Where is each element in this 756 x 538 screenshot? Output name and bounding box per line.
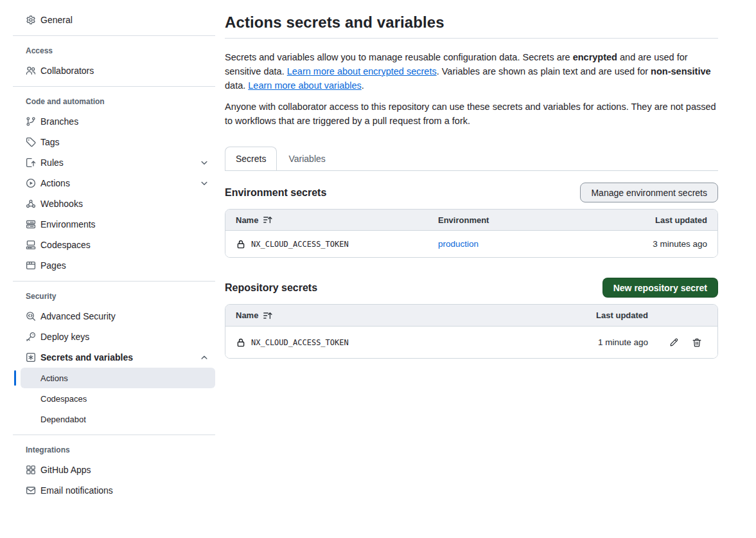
grid-icon — [26, 465, 36, 475]
delete-secret-button[interactable] — [692, 337, 702, 348]
secrets-variables-tabs: SecretsVariables — [225, 147, 718, 171]
sidebar-item-github-apps[interactable]: GitHub Apps — [13, 460, 215, 480]
sidebar-item-tags[interactable]: Tags — [13, 132, 215, 152]
sidebar-item-label: Email notifications — [40, 485, 113, 496]
sidebar-item-codespaces[interactable]: Codespaces — [13, 235, 215, 255]
text: . Variables are shown as plain text and … — [437, 66, 651, 76]
text: Anyone with collaborator access to this … — [225, 102, 716, 126]
environment-link[interactable]: production — [438, 239, 479, 249]
row-actions — [648, 337, 717, 348]
asterisk-box-icon — [26, 352, 36, 363]
sidebar-item-secrets-dependabot[interactable]: Dependabot — [21, 409, 215, 429]
sidebar-item-secrets-codespaces[interactable]: Codespaces — [21, 388, 215, 409]
emphasis-text: encrypted — [573, 52, 617, 62]
sort-ascending-icon — [263, 215, 273, 225]
text: data. — [225, 80, 248, 91]
secret-name: NX_CLOUD_ACCESS_TOKEN — [251, 240, 349, 249]
sidebar-item-deploy-keys[interactable]: Deploy keys — [13, 327, 215, 347]
repository-secrets-table: Name Last updated NX_CLOUD_ACCESS_TOKEN1… — [225, 304, 718, 359]
key-icon — [26, 332, 36, 342]
environment-secrets-header: Environment secrets Manage environment s… — [225, 183, 718, 202]
name-column-header[interactable]: Name — [225, 215, 428, 225]
title-divider — [225, 38, 718, 39]
description-paragraph: Secrets and variables allow you to manag… — [225, 50, 718, 93]
sidebar-item-label: Tags — [40, 137, 60, 147]
rules-icon — [26, 157, 36, 168]
sidebar-item-label: Rules — [40, 157, 64, 168]
sidebar-item-environments[interactable]: Environments — [13, 214, 215, 235]
sidebar-divider — [13, 35, 215, 36]
name-column-header[interactable]: Name — [225, 310, 552, 321]
play-icon — [26, 178, 36, 188]
environment-secrets-heading: Environment secrets — [225, 187, 326, 199]
sidebar-item-secrets-actions[interactable]: Actions — [21, 368, 215, 388]
settings-content: Actions secrets and variables Secrets an… — [225, 0, 718, 359]
name-column-label: Name — [236, 310, 258, 320]
sidebar-section-label: Integrations — [13, 440, 215, 460]
environment-cell: production — [428, 239, 589, 249]
last-updated: 1 minute ago — [598, 337, 648, 347]
description-paragraph: Anyone with collaborator access to this … — [225, 100, 718, 128]
sidebar-item-label: Deploy keys — [40, 332, 89, 342]
sidebar-divider — [13, 435, 215, 435]
sidebar-item-secrets-and-variables[interactable]: Secrets and variables — [13, 347, 215, 368]
tab-secrets[interactable]: Secrets — [225, 147, 277, 170]
text: Secrets and variables allow you to manag… — [225, 52, 573, 62]
sidebar-item-email-notifications[interactable]: Email notifications — [13, 480, 215, 501]
edit-secret-button[interactable] — [669, 337, 679, 348]
chevron-down-icon — [199, 178, 209, 188]
tag-icon — [26, 137, 36, 147]
browser-icon — [26, 260, 36, 271]
learn-more-link[interactable]: Learn more about encrypted secrets — [287, 66, 437, 76]
sidebar-item-label: Codespaces — [40, 240, 91, 250]
table-header-row: Name Last updated — [225, 305, 717, 327]
name-column-label: Name — [236, 215, 258, 225]
last-updated-column-header: Last updated — [596, 310, 648, 320]
sidebar-item-webhooks[interactable]: Webhooks — [13, 193, 215, 214]
sort-ascending-icon — [263, 310, 273, 321]
sidebar-item-rules[interactable]: Rules — [13, 152, 215, 173]
sidebar-item-label: Pages — [40, 260, 66, 271]
sidebar-item-actions[interactable]: Actions — [13, 173, 215, 193]
settings-sidebar: GeneralAccessCollaboratorsCode and autom… — [13, 10, 215, 501]
lock-icon — [236, 337, 246, 348]
new-repository-secret-button[interactable]: New repository secret — [602, 278, 718, 298]
sidebar-section-label: Security — [13, 287, 215, 306]
mail-icon — [26, 485, 36, 496]
manage-environment-secrets-button[interactable]: Manage environment secrets — [580, 183, 718, 202]
gear-icon — [26, 15, 36, 25]
table-header-row: Name Environment Last updated — [225, 210, 717, 231]
sidebar-item-label: Environments — [40, 219, 96, 229]
sidebar-item-advanced-security[interactable]: Advanced Security — [13, 306, 215, 327]
sidebar-item-general[interactable]: General — [13, 10, 215, 30]
environment-column-header: Environment — [428, 215, 589, 225]
chevron-up-icon — [199, 352, 209, 363]
page-title: Actions secrets and variables — [225, 13, 718, 31]
people-icon — [26, 66, 36, 76]
sidebar-item-collaborators[interactable]: Collaborators — [13, 60, 215, 81]
sidebar-item-label: Dependabot — [40, 415, 86, 424]
tab-variables[interactable]: Variables — [277, 147, 337, 170]
sidebar-item-label: Secrets and variables — [40, 352, 133, 363]
sidebar-divider — [13, 86, 215, 87]
sidebar-item-pages[interactable]: Pages — [13, 255, 215, 276]
sidebar-divider — [13, 281, 215, 282]
codespaces-icon — [26, 240, 36, 250]
environment-secrets-table: Name Environment Last updated NX_CLOUD_A… — [225, 209, 718, 258]
sidebar-section-label: Access — [13, 41, 215, 60]
emphasis-text: non-sensitive — [651, 66, 710, 76]
sidebar-item-label: GitHub Apps — [40, 465, 91, 475]
server-icon — [26, 219, 36, 229]
sidebar-item-branches[interactable]: Branches — [13, 111, 215, 132]
table-body: NX_CLOUD_ACCESS_TOKEN1 minute ago — [225, 327, 717, 358]
sidebar-item-label: Webhooks — [40, 199, 83, 209]
sidebar-item-label: Collaborators — [40, 66, 94, 76]
repository-secret-row: NX_CLOUD_ACCESS_TOKEN1 minute ago — [225, 327, 717, 358]
sidebar-section-label: Code and automation — [13, 92, 215, 111]
sidebar-item-label: Advanced Security — [40, 311, 116, 321]
last-updated: 3 minutes ago — [653, 239, 717, 249]
learn-more-link[interactable]: Learn more about variables — [248, 80, 362, 91]
sidebar-item-label: Branches — [40, 116, 78, 127]
last-updated-column-header: Last updated — [655, 215, 717, 225]
secret-name: NX_CLOUD_ACCESS_TOKEN — [251, 338, 349, 347]
